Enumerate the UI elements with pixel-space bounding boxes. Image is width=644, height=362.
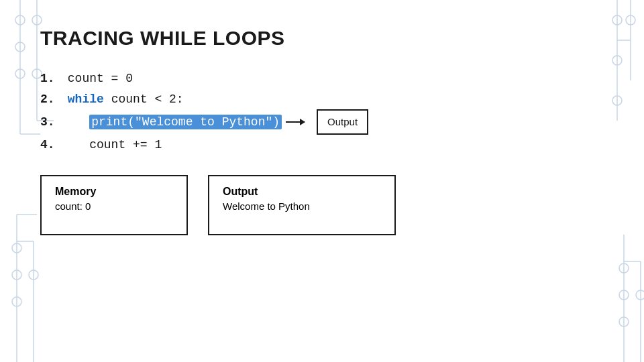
- code-line-4: 4. count += 1: [40, 135, 604, 156]
- memory-box: Memory count: 0: [40, 175, 188, 235]
- code-text-2: while count < 2:: [60, 89, 184, 110]
- print-statement: print("Welcome to Python"): [89, 115, 282, 129]
- memory-box-content: count: 0: [55, 200, 173, 212]
- line-number-4: 4.: [40, 135, 60, 156]
- code-line-3: 3. print("Welcome to Python") Output: [40, 109, 604, 135]
- code-text-1: count = 0: [60, 68, 133, 89]
- while-keyword: while: [68, 93, 104, 106]
- slide-title: TRACING WHILE LOOPS: [40, 27, 604, 50]
- boxes-row: Memory count: 0 Output Welcome to Python: [40, 175, 604, 235]
- code-line-1: 1. count = 0: [40, 68, 604, 89]
- code-block: 1. count = 0 2. while count < 2: 3. prin…: [40, 68, 604, 155]
- line-number-2: 2.: [40, 89, 60, 110]
- output-box-content: Welcome to Python: [223, 200, 381, 212]
- code-text-3: print("Welcome to Python"): [60, 112, 282, 133]
- code-text-4: count += 1: [60, 135, 162, 156]
- memory-box-title: Memory: [55, 186, 173, 198]
- line-number-3: 3.: [40, 112, 60, 133]
- arrow-line: [286, 121, 305, 123]
- output-box: Output Welcome to Python: [208, 175, 396, 235]
- svg-point-30: [636, 290, 644, 300]
- output-inline-label: Output: [317, 109, 368, 135]
- line-number-1: 1.: [40, 68, 60, 89]
- output-box-title: Output: [223, 186, 381, 198]
- code-line-2: 2. while count < 2:: [40, 89, 604, 110]
